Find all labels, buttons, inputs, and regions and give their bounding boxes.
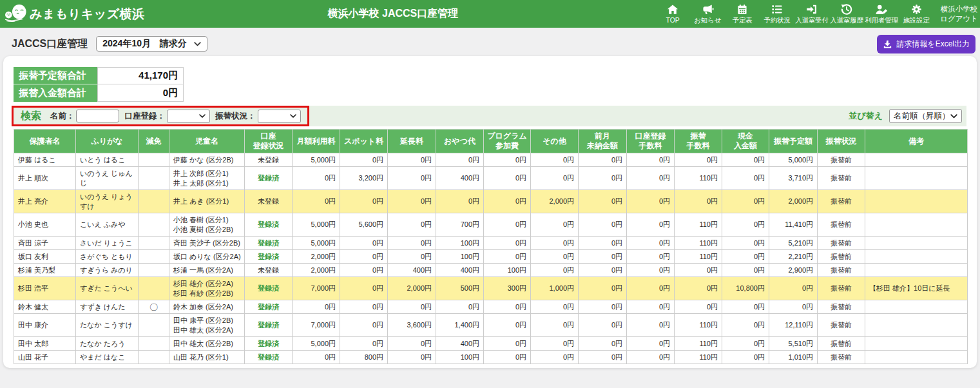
table-row: 井上 順次いのうえ じゅんじ井上 次郎 (区分1) 井上 太郎 (区分1)登録済… xyxy=(14,167,968,190)
cell-planned_amount: 2,210円 xyxy=(769,250,818,264)
cell-monthly_fee: 7,000円 xyxy=(293,314,340,337)
nav-item-入退室履歴[interactable]: 入退室履歴 xyxy=(829,3,864,26)
billing-month-select[interactable]: 2024年10月 請求分 xyxy=(96,36,207,52)
cell-guardian: 鈴木 健太 xyxy=(14,300,76,314)
cell-transfer_status: 振替前 xyxy=(818,277,865,300)
transfer-filter-select[interactable] xyxy=(258,110,301,123)
cell-program_fee: 0円 xyxy=(484,167,531,190)
cell-prev_unpaid: 0円 xyxy=(579,264,627,277)
cell-program_fee: 0円 xyxy=(484,153,531,167)
cell-guardian: 斉田 涼子 xyxy=(14,237,76,250)
nav-item-TOP[interactable]: TOP xyxy=(655,3,690,26)
cell-spot_fee: 5,600円 xyxy=(340,213,388,237)
cell-spot_fee: 0円 xyxy=(340,300,388,314)
column-header-program_fee: プログラム 参加費 xyxy=(484,130,531,153)
nav-item-お知らせ[interactable]: お知らせ xyxy=(690,3,725,26)
cell-spot_fee: 3,200円 xyxy=(340,167,388,190)
cell-registration_fee: 0円 xyxy=(627,237,675,250)
cell-transfer_fee: 110円 xyxy=(675,314,722,337)
name-filter-input[interactable] xyxy=(76,110,119,122)
cell-children: 小池 春樹 (区分1) 小池 夏樹 (区分2B) xyxy=(169,213,245,237)
nav-item-入退室受付[interactable]: 入退室受付 xyxy=(794,3,829,26)
cell-planned_amount: 5,000円 xyxy=(769,153,818,167)
cell-registration: 登録済 xyxy=(245,237,293,250)
cell-prev_unpaid: 0円 xyxy=(579,190,627,213)
cell-guardian: 田中 康介 xyxy=(14,314,76,337)
cell-children: 井上 次郎 (区分1) 井上 太郎 (区分1) xyxy=(169,167,245,190)
cell-transfer_status: 振替前 xyxy=(818,190,865,213)
cell-other_fee: 0円 xyxy=(531,300,579,314)
table-row: 杉浦 美乃梨すぎうら みのり杉浦 一馬 (区分2A)未登録2,000円0円400… xyxy=(14,264,968,277)
cell-planned_amount: 0円 xyxy=(769,300,818,314)
nav-item-label: 予定表 xyxy=(733,16,753,24)
cell-transfer_fee: 110円 xyxy=(675,250,722,264)
home-icon xyxy=(667,4,678,16)
mascot-icon xyxy=(4,3,28,25)
nav-item-予約状況[interactable]: 予約状況 xyxy=(760,3,794,26)
list-icon xyxy=(771,4,783,16)
cell-cash_deposit: 10,800円 xyxy=(722,277,769,300)
billing-month-value: 2024年10月 請求分 xyxy=(102,38,194,50)
cell-cash_deposit: 0円 xyxy=(722,300,769,314)
cell-program_fee: 0円 xyxy=(484,351,531,364)
user-edit-icon xyxy=(875,4,888,16)
cell-exemption xyxy=(139,167,169,190)
account-logout-button[interactable]: 横浜小学校 ログアウト xyxy=(940,5,980,24)
nav-item-label: 入退室受付 xyxy=(795,16,829,24)
gear-icon xyxy=(911,4,922,16)
cell-planned_amount: 2,900円 xyxy=(769,264,818,277)
name-filter-label: 名前： xyxy=(50,111,75,122)
nav-item-施設設定[interactable]: 施設設定 xyxy=(899,3,934,26)
cell-registration: 登録済 xyxy=(245,213,293,237)
cell-prev_unpaid: 0円 xyxy=(579,300,627,314)
nav-item-利用者管理[interactable]: 利用者管理 xyxy=(864,3,899,26)
cell-furigana: たなか こうすけ xyxy=(76,314,139,337)
cell-other_fee: 0円 xyxy=(531,264,579,277)
sort-label: 並び替え xyxy=(849,110,883,122)
cell-guardian: 伊藤 はるこ xyxy=(14,153,76,167)
cell-monthly_fee: 0円 xyxy=(293,190,340,213)
chevron-down-icon xyxy=(950,114,957,119)
cell-prev_unpaid: 0円 xyxy=(579,153,627,167)
filter-strip: 検索 名前： 口座登録： 振替状況： 並び替え 名前順（昇順） xyxy=(14,106,966,126)
cell-prev_unpaid: 0円 xyxy=(579,250,627,264)
cell-other_fee: 0円 xyxy=(531,337,579,351)
excel-export-button[interactable]: 請求情報をExcel出力 xyxy=(877,35,975,53)
cell-guardian: 山田 花子 xyxy=(14,351,76,364)
cell-snack_fee: 400円 xyxy=(436,167,484,190)
nav-item-予定表[interactable]: 予定表 xyxy=(725,3,760,26)
cell-registration: 登録済 xyxy=(245,277,293,300)
cell-planned_amount: 2,000円 xyxy=(769,190,818,213)
cell-other_fee: 1,000円 xyxy=(531,277,579,300)
cell-prev_unpaid: 0円 xyxy=(579,277,627,300)
cell-snack_fee: 100円 xyxy=(436,250,484,264)
cell-snack_fee: 500円 xyxy=(436,277,484,300)
cell-children: 田中 雄太 (区分2B) xyxy=(169,337,245,351)
cell-transfer_status: 振替前 xyxy=(818,153,865,167)
column-header-snack_fee: おやつ代 xyxy=(436,130,484,153)
cell-transfer_status: 振替前 xyxy=(818,237,865,250)
cell-registration_fee: 0円 xyxy=(627,213,675,237)
cell-snack_fee: 1,400円 xyxy=(436,314,484,337)
cell-extension_fee: 0円 xyxy=(388,351,436,364)
cell-planned_amount: 5,210円 xyxy=(769,237,818,250)
cell-transfer_status: 振替前 xyxy=(818,167,865,190)
cell-exemption xyxy=(139,337,169,351)
cell-registration_fee: 0円 xyxy=(627,277,675,300)
cell-program_fee: 0円 xyxy=(484,314,531,337)
cell-transfer_status: 振替前 xyxy=(818,337,865,351)
column-header-exemption: 減免 xyxy=(139,130,169,153)
cell-program_fee: 0円 xyxy=(484,250,531,264)
cell-prev_unpaid: 0円 xyxy=(579,213,627,237)
column-header-children: 児童名 xyxy=(169,130,245,153)
app-logo[interactable]: みまもりキッズ横浜 xyxy=(4,3,145,25)
cell-other_fee: 0円 xyxy=(531,153,579,167)
account-filter-select[interactable] xyxy=(167,110,210,123)
header-nav: TOPお知らせ予定表予約状況入退室受付入退室履歴利用者管理施設設定 xyxy=(655,3,934,26)
sort-select[interactable]: 名前順（昇順） xyxy=(889,109,962,123)
cell-guardian: 井上 亮介 xyxy=(14,190,76,213)
cell-note xyxy=(865,300,968,314)
cell-transfer_fee: 110円 xyxy=(675,237,722,250)
cell-prev_unpaid: 0円 xyxy=(579,351,627,364)
cell-transfer_status: 振替前 xyxy=(818,264,865,277)
